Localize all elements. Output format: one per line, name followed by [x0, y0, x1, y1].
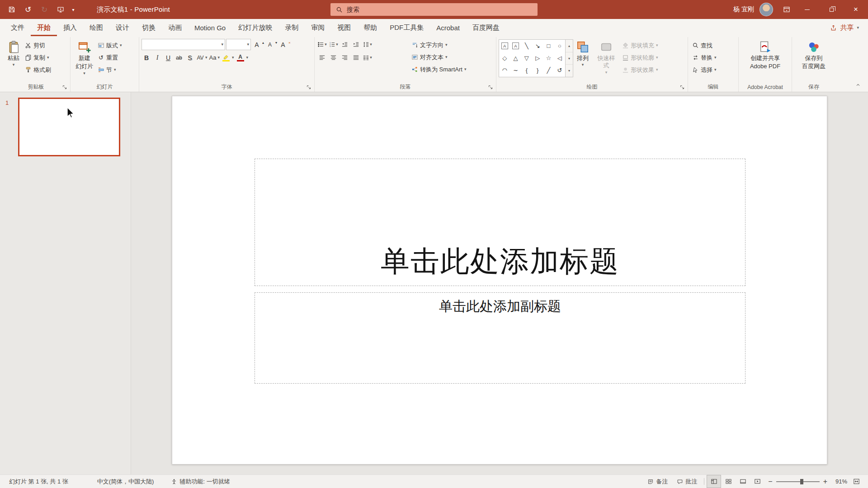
- restore-button[interactable]: [819, 0, 844, 19]
- font-color-button[interactable]: A ▾: [235, 52, 249, 63]
- shape-triangle[interactable]: △: [513, 55, 518, 61]
- format-painter-button[interactable]: 格式刷: [23, 64, 53, 75]
- tab-view[interactable]: 视图: [331, 19, 357, 36]
- shape-star[interactable]: ☆: [546, 55, 552, 61]
- tab-record[interactable]: 录制: [278, 19, 305, 36]
- slideshow-view-button[interactable]: [750, 475, 764, 488]
- align-left-button[interactable]: [317, 52, 327, 63]
- avatar[interactable]: [760, 3, 773, 16]
- font-name-input[interactable]: [143, 41, 220, 48]
- fit-to-window-button[interactable]: [849, 475, 863, 488]
- user-name[interactable]: 杨 宜刚: [733, 5, 754, 14]
- shape-triangle-right[interactable]: ▷: [535, 55, 540, 61]
- comments-button[interactable]: 批注: [672, 475, 702, 488]
- bold-button[interactable]: B: [142, 52, 151, 63]
- close-button[interactable]: ×: [844, 0, 868, 19]
- gallery-down-icon[interactable]: ▾: [566, 52, 573, 65]
- character-spacing-button[interactable]: AV▾: [196, 52, 208, 63]
- shape-curve[interactable]: ∼: [513, 67, 518, 74]
- shape-fill-button[interactable]: 形状填充 ▾: [620, 40, 669, 51]
- shape-diamond[interactable]: ◇: [502, 55, 507, 61]
- dialog-launcher-icon[interactable]: [306, 84, 312, 90]
- shape-triangle-down[interactable]: ▽: [524, 55, 529, 61]
- zoom-in-button[interactable]: +: [823, 478, 827, 485]
- shape-brace-right[interactable]: }: [537, 67, 538, 74]
- dialog-launcher-icon[interactable]: [61, 84, 68, 90]
- search-input[interactable]: [347, 6, 532, 13]
- tab-transitions[interactable]: 切换: [136, 19, 162, 36]
- shape-textbox-horizontal[interactable]: A: [501, 42, 508, 49]
- accessibility-indicator[interactable]: 辅助功能: 一切就绪: [166, 475, 234, 488]
- shape-oval[interactable]: ○: [558, 42, 561, 49]
- tab-draw[interactable]: 绘图: [83, 19, 109, 36]
- columns-button[interactable]: ▾: [362, 52, 373, 63]
- tab-animations[interactable]: 动画: [162, 19, 188, 36]
- arrange-button[interactable]: 排列 ▾: [573, 38, 592, 82]
- align-text-button[interactable]: 对齐文本 ▾: [410, 52, 493, 63]
- copy-button[interactable]: 复制 ▾: [23, 52, 53, 63]
- gallery-up-icon[interactable]: ▴: [566, 40, 573, 52]
- zoom-out-button[interactable]: −: [768, 478, 772, 485]
- align-center-button[interactable]: [328, 52, 339, 63]
- text-direction-button[interactable]: 文字方向 ▾: [410, 39, 493, 51]
- font-size-input[interactable]: [228, 41, 246, 48]
- notes-button[interactable]: 备注: [643, 475, 672, 488]
- shape-freeform[interactable]: ↺: [557, 67, 562, 74]
- shape-triangle-left[interactable]: ◁: [557, 55, 562, 61]
- quick-styles-button[interactable]: 快速样式 ▾: [592, 38, 620, 82]
- align-right-button[interactable]: [340, 52, 350, 63]
- increase-font-size-button[interactable]: A▴: [252, 39, 264, 50]
- tab-baidu-netdisk[interactable]: 百度网盘: [466, 19, 506, 36]
- shape-line-2[interactable]: ╱: [547, 67, 551, 74]
- bullets-button[interactable]: ▾: [317, 39, 327, 50]
- italic-button[interactable]: I: [152, 52, 162, 63]
- zoom-slider[interactable]: [776, 481, 820, 482]
- increase-indent-button[interactable]: [351, 39, 361, 50]
- tab-insert[interactable]: 插入: [57, 19, 83, 36]
- paste-button[interactable]: 粘贴 ▾: [4, 38, 23, 82]
- title-placeholder[interactable]: 单击此处添加标题: [255, 159, 745, 286]
- share-button[interactable]: 共享 ▾: [821, 19, 868, 36]
- shape-arrow[interactable]: ↘: [535, 42, 540, 49]
- line-spacing-button[interactable]: ▾: [362, 39, 373, 50]
- slide-indicator[interactable]: 幻灯片 第 1 张, 共 1 张: [5, 475, 73, 488]
- zoom-level[interactable]: 91%: [831, 478, 849, 485]
- slide-canvas[interactable]: 单击此处添加标题 单击此处添加副标题: [172, 96, 827, 465]
- tab-home[interactable]: 开始: [31, 19, 57, 36]
- shape-outline-button[interactable]: 形状轮廓 ▾: [620, 52, 669, 63]
- slide-sorter-view-button[interactable]: [721, 475, 736, 488]
- convert-to-smartart-button[interactable]: 转换为 SmartArt ▾: [410, 64, 493, 75]
- shape-arc[interactable]: ◠: [502, 67, 507, 74]
- dialog-launcher-icon[interactable]: [679, 84, 685, 90]
- create-share-pdf-button[interactable]: 创建并共享 Adobe PDF: [747, 38, 783, 82]
- text-shadow-button[interactable]: S: [185, 52, 195, 63]
- tab-design[interactable]: 设计: [109, 19, 136, 36]
- shape-line[interactable]: ╲: [525, 42, 528, 49]
- tab-pdf-tools[interactable]: PDF工具集: [383, 19, 430, 36]
- minimize-button[interactable]: [795, 0, 819, 19]
- select-button[interactable]: 选择 ▾: [690, 64, 718, 75]
- change-case-button[interactable]: Aa▾: [208, 52, 220, 63]
- shape-brace-left[interactable]: {: [526, 67, 528, 74]
- tab-help[interactable]: 帮助: [357, 19, 383, 36]
- tab-motion-go[interactable]: Motion Go: [188, 19, 232, 36]
- underline-button[interactable]: U: [163, 52, 173, 63]
- save-to-baidu-netdisk-button[interactable]: 保存到 百度网盘: [799, 38, 828, 82]
- clear-formatting-button[interactable]: A×: [278, 39, 291, 50]
- zoom-slider-thumb[interactable]: [800, 479, 803, 484]
- cut-button[interactable]: 剪切: [23, 40, 53, 51]
- find-button[interactable]: 查找: [690, 40, 718, 51]
- shape-rectangle[interactable]: □: [547, 42, 551, 49]
- start-slideshow-icon[interactable]: [52, 0, 69, 19]
- dialog-launcher-icon[interactable]: [487, 84, 494, 90]
- ribbon-display-options-icon[interactable]: [778, 0, 795, 19]
- new-slide-button[interactable]: 新建 幻灯片 ▾: [73, 38, 96, 82]
- justify-button[interactable]: [351, 52, 361, 63]
- font-name-combobox[interactable]: ▾: [142, 39, 225, 50]
- subtitle-placeholder[interactable]: 单击此处添加副标题: [255, 292, 745, 384]
- redo-icon[interactable]: ↻: [36, 0, 52, 19]
- reset-button[interactable]: ↺ 重置: [96, 52, 124, 63]
- strikethrough-button[interactable]: ab: [174, 52, 184, 63]
- replace-button[interactable]: 替换 ▾: [690, 52, 718, 63]
- language-indicator[interactable]: 中文(简体，中国大陆): [93, 475, 159, 488]
